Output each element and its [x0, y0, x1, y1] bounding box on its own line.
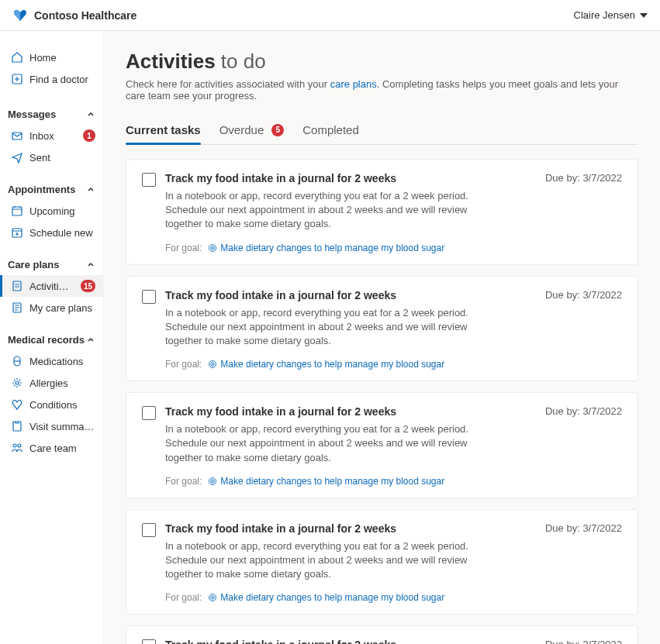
activity-title: Track my food intake in a journal for 2 … — [165, 172, 396, 184]
activity-goal: For goal:Make dietary changes to help ma… — [165, 243, 622, 253]
activity-title: Track my food intake in a journal for 2 … — [165, 522, 396, 535]
section-label: Medical records — [8, 334, 85, 346]
activity-title: Track my food intake in a journal for 2 … — [165, 639, 396, 644]
activity-due: Due by: 3/7/2022 — [545, 172, 622, 184]
svg-point-7 — [16, 381, 19, 384]
sidebar-item-sent[interactable]: Sent — [0, 146, 103, 168]
target-icon — [208, 243, 217, 253]
sidebar-section-messages[interactable]: Messages — [0, 102, 103, 125]
sent-icon — [11, 151, 23, 164]
sidebar-section-appointments[interactable]: Appointments — [0, 177, 103, 200]
nav-label: My care plans — [29, 302, 95, 314]
badge: 15 — [81, 280, 95, 292]
chevron-up-icon — [86, 336, 95, 345]
activity-card: Track my food intake in a journal for 2 … — [126, 276, 638, 382]
inbox-icon — [11, 129, 23, 142]
sidebar-section-care-plans[interactable]: Care plans — [0, 253, 103, 275]
svg-point-13 — [213, 247, 213, 248]
main-content: Activities to do Check here for activiti… — [104, 31, 660, 644]
sidebar-item-care-team[interactable]: Care team — [0, 437, 103, 459]
sidebar-item-visit-summaries[interactable]: Visit summaries — [0, 415, 103, 437]
target-icon — [208, 360, 217, 369]
svg-point-19 — [213, 480, 213, 481]
activity-due: Due by: 3/7/2022 — [545, 289, 622, 301]
conditions-icon — [11, 398, 23, 411]
sidebar-item-upcoming[interactable]: Upcoming — [0, 200, 103, 222]
activity-due: Due by: 3/7/2022 — [545, 405, 622, 417]
svg-point-10 — [18, 444, 21, 447]
section-label: Care plans — [8, 259, 59, 270]
svg-point-22 — [213, 598, 213, 598]
activity-card: Track my food intake in a journal for 2 … — [126, 392, 638, 498]
svg-point-9 — [13, 444, 16, 447]
section-label: Appointments — [8, 184, 75, 195]
for-goal-label: For goal: — [165, 243, 202, 253]
goal-link[interactable]: Make dietary changes to help manage my b… — [208, 243, 444, 253]
activity-title: Track my food intake in a journal for 2 … — [165, 405, 396, 418]
sidebar: HomeFind a doctor MessagesInbox1SentAppo… — [0, 31, 104, 644]
activity-checkbox[interactable] — [142, 639, 156, 644]
activity-due: Due by: 3/7/2022 — [545, 522, 622, 534]
badge: 1 — [83, 129, 95, 142]
page-title: Activities to do — [126, 50, 638, 74]
nav-label: Sent — [29, 152, 95, 164]
home-icon — [11, 51, 23, 64]
goal-link[interactable]: Make dietary changes to help manage my b… — [208, 359, 444, 370]
schedule-new-icon — [11, 226, 23, 239]
activity-description: In a notebook or app, record everything … — [165, 189, 491, 232]
nav-label: Care team — [29, 443, 95, 454]
care-plans-link[interactable]: care plans — [330, 78, 377, 90]
activity-title: Track my food intake in a journal for 2 … — [165, 289, 396, 301]
sidebar-item-home[interactable]: Home — [0, 46, 103, 68]
sidebar-item-activities-to-do[interactable]: Activities to do15 — [0, 275, 103, 297]
allergies-icon — [11, 377, 23, 389]
sidebar-section-medical-records[interactable]: Medical records — [0, 328, 103, 350]
goal-link[interactable]: Make dietary changes to help manage my b… — [208, 476, 444, 487]
nav-label: Allergies — [29, 377, 95, 389]
activity-checkbox[interactable] — [142, 173, 156, 187]
activity-goal: For goal:Make dietary changes to help ma… — [165, 592, 622, 603]
brand-logo-icon — [12, 8, 28, 23]
nav-label: Schedule new — [29, 227, 95, 239]
nav-label: Home — [29, 52, 95, 64]
sidebar-item-medications[interactable]: Medications — [0, 350, 103, 372]
tab-current-tasks[interactable]: Current tasks — [126, 117, 201, 144]
activity-checkbox[interactable] — [142, 290, 156, 304]
for-goal-label: For goal: — [165, 592, 202, 603]
activity-description: In a notebook or app, record everything … — [165, 539, 491, 582]
sidebar-item-schedule-new[interactable]: Schedule new — [0, 222, 103, 243]
sidebar-item-my-care-plans[interactable]: My care plans — [0, 297, 103, 319]
my-care-plans-icon — [11, 301, 23, 314]
nav-label: Visit summaries — [29, 421, 95, 432]
nav-label: Activities to do — [29, 281, 71, 292]
goal-link[interactable]: Make dietary changes to help manage my b… — [208, 592, 444, 603]
medications-icon — [11, 355, 23, 367]
tab-completed[interactable]: Completed — [302, 117, 359, 144]
care-team-icon — [11, 442, 23, 454]
nav-label: Medications — [29, 356, 95, 367]
sidebar-item-inbox[interactable]: Inbox1 — [0, 125, 103, 146]
find-doctor-icon — [11, 73, 23, 85]
user-name: Claire Jensen — [574, 9, 636, 21]
nav-label: Inbox — [29, 130, 74, 142]
activity-due: Due by: 3/7/2022 — [545, 639, 622, 644]
activity-checkbox[interactable] — [142, 406, 156, 420]
svg-rect-4 — [13, 281, 21, 291]
target-icon — [208, 593, 217, 602]
activity-checkbox[interactable] — [142, 523, 156, 537]
sidebar-item-find-doctor[interactable]: Find a doctor — [0, 68, 103, 90]
header: Contoso Healthcare Claire Jensen — [0, 0, 660, 31]
svg-rect-2 — [12, 207, 22, 215]
sidebar-item-allergies[interactable]: Allergies — [0, 372, 103, 394]
activity-goal: For goal:Make dietary changes to help ma… — [165, 359, 622, 370]
visit-summaries-icon — [11, 420, 23, 432]
activities-to-do-icon — [11, 280, 23, 292]
target-icon — [208, 477, 217, 486]
activity-card: Track my food intake in a journal for 2 … — [126, 159, 638, 265]
chevron-up-icon — [86, 260, 95, 270]
nav-label: Conditions — [29, 399, 95, 411]
tab-overdue[interactable]: Overdue5 — [219, 117, 285, 144]
user-menu[interactable]: Claire Jensen — [574, 9, 648, 21]
sidebar-item-conditions[interactable]: Conditions — [0, 394, 103, 415]
brand: Contoso Healthcare — [12, 8, 136, 23]
